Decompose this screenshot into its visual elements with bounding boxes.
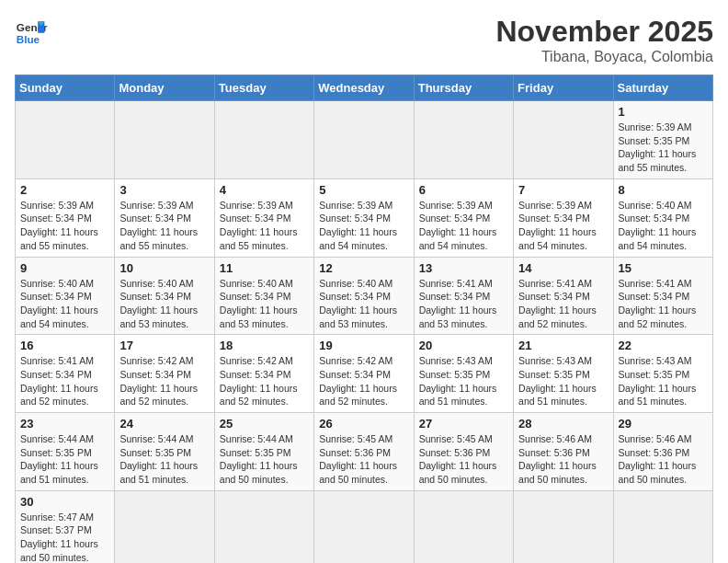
- location-title: Tibana, Boyaca, Colombia: [495, 49, 713, 65]
- day-number: 19: [319, 339, 408, 352]
- calendar-cell: 18Sunrise: 5:42 AMSunset: 5:34 PMDayligh…: [214, 335, 313, 413]
- day-number: 27: [419, 417, 508, 431]
- day-number: 23: [20, 417, 109, 431]
- weekday-header-monday: Monday: [115, 75, 214, 101]
- calendar-table: SundayMondayTuesdayWednesdayThursdayFrid…: [15, 75, 713, 563]
- day-number: 21: [518, 339, 608, 352]
- calendar-cell: [514, 490, 613, 563]
- day-number: 22: [619, 339, 708, 352]
- calendar-cell: 11Sunrise: 5:40 AMSunset: 5:34 PMDayligh…: [214, 257, 313, 335]
- calendar-cell: 17Sunrise: 5:42 AMSunset: 5:34 PMDayligh…: [115, 335, 214, 413]
- month-title: November 2025: [495, 15, 713, 49]
- day-number: 25: [220, 417, 309, 431]
- calendar-cell: 13Sunrise: 5:41 AMSunset: 5:34 PMDayligh…: [414, 257, 513, 335]
- day-number: 3: [119, 183, 209, 197]
- calendar-cell: 12Sunrise: 5:40 AMSunset: 5:34 PMDayligh…: [314, 257, 414, 335]
- day-info: Sunrise: 5:39 AMSunset: 5:34 PMDaylight:…: [220, 199, 309, 253]
- day-info: Sunrise: 5:39 AMSunset: 5:35 PMDaylight:…: [619, 121, 708, 175]
- day-number: 24: [119, 417, 209, 431]
- day-number: 29: [619, 417, 708, 431]
- day-number: 5: [319, 183, 408, 197]
- calendar-cell: 6Sunrise: 5:39 AMSunset: 5:34 PMDaylight…: [414, 178, 513, 257]
- day-info: Sunrise: 5:41 AMSunset: 5:34 PMDaylight:…: [619, 277, 708, 331]
- day-number: 15: [619, 261, 708, 275]
- calendar-cell: [314, 101, 414, 179]
- day-info: Sunrise: 5:39 AMSunset: 5:34 PMDaylight:…: [119, 199, 209, 253]
- day-info: Sunrise: 5:40 AMSunset: 5:34 PMDaylight:…: [20, 277, 109, 331]
- calendar-cell: 29Sunrise: 5:46 AMSunset: 5:36 PMDayligh…: [613, 413, 712, 491]
- calendar-cell: 14Sunrise: 5:41 AMSunset: 5:34 PMDayligh…: [514, 257, 613, 335]
- day-number: 1: [619, 105, 708, 119]
- weekday-header-saturday: Saturday: [613, 75, 712, 101]
- weekday-header-thursday: Thursday: [414, 75, 513, 101]
- calendar-week-row: 16Sunrise: 5:41 AMSunset: 5:34 PMDayligh…: [16, 335, 713, 413]
- calendar-cell: 27Sunrise: 5:45 AMSunset: 5:36 PMDayligh…: [414, 413, 513, 491]
- weekday-header-friday: Friday: [514, 75, 613, 101]
- calendar-cell: [214, 101, 313, 179]
- day-number: 18: [220, 339, 309, 352]
- calendar-cell: 15Sunrise: 5:41 AMSunset: 5:34 PMDayligh…: [613, 257, 712, 335]
- day-info: Sunrise: 5:41 AMSunset: 5:34 PMDaylight:…: [419, 277, 508, 331]
- day-info: Sunrise: 5:40 AMSunset: 5:34 PMDaylight:…: [319, 277, 408, 331]
- day-number: 28: [518, 417, 608, 431]
- day-info: Sunrise: 5:39 AMSunset: 5:34 PMDaylight:…: [319, 199, 408, 253]
- calendar-cell: [214, 490, 313, 563]
- calendar-cell: 21Sunrise: 5:43 AMSunset: 5:35 PMDayligh…: [514, 335, 613, 413]
- calendar-cell: 28Sunrise: 5:46 AMSunset: 5:36 PMDayligh…: [514, 413, 613, 491]
- calendar-cell: 5Sunrise: 5:39 AMSunset: 5:34 PMDaylight…: [314, 178, 414, 257]
- calendar-cell: 8Sunrise: 5:40 AMSunset: 5:34 PMDaylight…: [613, 178, 712, 257]
- calendar-cell: 7Sunrise: 5:39 AMSunset: 5:34 PMDaylight…: [514, 178, 613, 257]
- page-header: General Blue November 2025 Tibana, Boyac…: [15, 15, 713, 65]
- day-info: Sunrise: 5:44 AMSunset: 5:35 PMDaylight:…: [20, 432, 109, 487]
- calendar-cell: 22Sunrise: 5:43 AMSunset: 5:35 PMDayligh…: [613, 335, 712, 413]
- calendar-cell: 26Sunrise: 5:45 AMSunset: 5:36 PMDayligh…: [314, 413, 414, 491]
- calendar-week-row: 1Sunrise: 5:39 AMSunset: 5:35 PMDaylight…: [16, 101, 713, 179]
- day-info: Sunrise: 5:40 AMSunset: 5:34 PMDaylight:…: [220, 277, 309, 331]
- calendar-cell: [115, 490, 214, 563]
- calendar-cell: [414, 101, 513, 179]
- day-info: Sunrise: 5:45 AMSunset: 5:36 PMDaylight:…: [419, 432, 508, 487]
- weekday-header-row: SundayMondayTuesdayWednesdayThursdayFrid…: [16, 75, 713, 101]
- calendar-cell: 23Sunrise: 5:44 AMSunset: 5:35 PMDayligh…: [16, 413, 115, 491]
- calendar-cell: 9Sunrise: 5:40 AMSunset: 5:34 PMDaylight…: [16, 257, 115, 335]
- day-info: Sunrise: 5:44 AMSunset: 5:35 PMDaylight:…: [119, 432, 209, 487]
- calendar-week-row: 30Sunrise: 5:47 AMSunset: 5:37 PMDayligh…: [16, 490, 713, 563]
- calendar-cell: [414, 490, 513, 563]
- day-info: Sunrise: 5:46 AMSunset: 5:36 PMDaylight:…: [619, 432, 708, 487]
- weekday-header-sunday: Sunday: [16, 75, 115, 101]
- calendar-cell: 1Sunrise: 5:39 AMSunset: 5:35 PMDaylight…: [613, 101, 712, 179]
- day-number: 11: [220, 261, 309, 275]
- calendar-week-row: 9Sunrise: 5:40 AMSunset: 5:34 PMDaylight…: [16, 257, 713, 335]
- day-number: 26: [319, 417, 408, 431]
- calendar-cell: [613, 490, 712, 563]
- day-info: Sunrise: 5:43 AMSunset: 5:35 PMDaylight:…: [419, 354, 508, 408]
- day-number: 14: [518, 261, 608, 275]
- day-number: 7: [518, 183, 608, 197]
- day-number: 8: [619, 183, 708, 197]
- calendar-cell: [115, 101, 214, 179]
- day-number: 17: [119, 339, 209, 352]
- day-info: Sunrise: 5:46 AMSunset: 5:36 PMDaylight:…: [518, 432, 608, 487]
- calendar-week-row: 23Sunrise: 5:44 AMSunset: 5:35 PMDayligh…: [16, 413, 713, 491]
- day-info: Sunrise: 5:39 AMSunset: 5:34 PMDaylight:…: [518, 199, 608, 253]
- day-info: Sunrise: 5:45 AMSunset: 5:36 PMDaylight:…: [319, 432, 408, 487]
- weekday-header-tuesday: Tuesday: [214, 75, 313, 101]
- calendar-cell: 3Sunrise: 5:39 AMSunset: 5:34 PMDaylight…: [115, 178, 214, 257]
- svg-text:Blue: Blue: [17, 33, 40, 45]
- day-number: 2: [20, 183, 109, 197]
- day-info: Sunrise: 5:47 AMSunset: 5:37 PMDaylight:…: [20, 511, 109, 563]
- day-number: 16: [20, 339, 109, 352]
- calendar-cell: [514, 101, 613, 179]
- calendar-cell: [16, 101, 115, 179]
- day-info: Sunrise: 5:41 AMSunset: 5:34 PMDaylight:…: [20, 354, 109, 408]
- day-info: Sunrise: 5:42 AMSunset: 5:34 PMDaylight:…: [220, 354, 309, 408]
- calendar-cell: 2Sunrise: 5:39 AMSunset: 5:34 PMDaylight…: [16, 178, 115, 257]
- day-number: 12: [319, 261, 408, 275]
- day-number: 9: [20, 261, 109, 275]
- day-info: Sunrise: 5:39 AMSunset: 5:34 PMDaylight:…: [419, 199, 508, 253]
- day-number: 6: [419, 183, 508, 197]
- calendar-cell: 20Sunrise: 5:43 AMSunset: 5:35 PMDayligh…: [414, 335, 513, 413]
- calendar-cell: 30Sunrise: 5:47 AMSunset: 5:37 PMDayligh…: [16, 490, 115, 563]
- day-info: Sunrise: 5:40 AMSunset: 5:34 PMDaylight:…: [119, 277, 209, 331]
- calendar-week-row: 2Sunrise: 5:39 AMSunset: 5:34 PMDaylight…: [16, 178, 713, 257]
